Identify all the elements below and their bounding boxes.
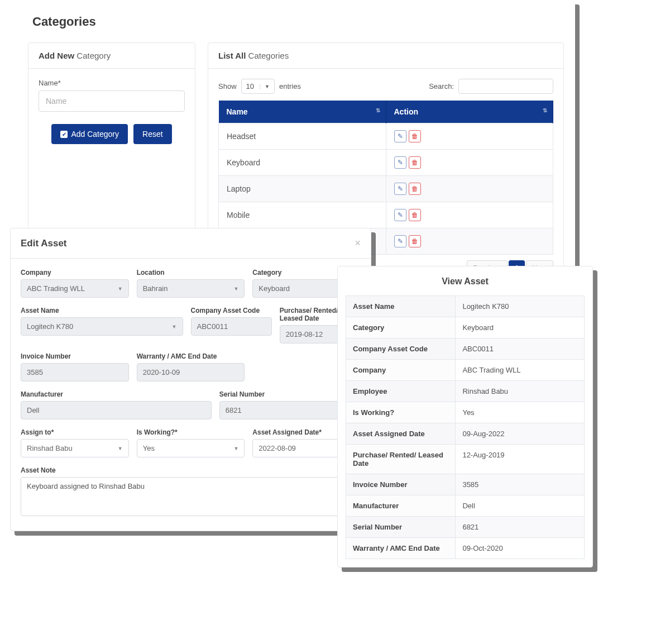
edit-icon[interactable]: ✎ bbox=[394, 209, 406, 221]
trash-icon[interactable]: 🗑 bbox=[409, 130, 421, 142]
location-select[interactable]: Bahrain▼ bbox=[137, 279, 245, 298]
edit-icon[interactable]: ✎ bbox=[394, 156, 406, 169]
category-name-cell: Mobile bbox=[219, 202, 386, 228]
sort-icon: ⇅ bbox=[376, 107, 380, 113]
caret-down-icon: ▼ bbox=[233, 286, 238, 292]
view-key: Asset Name bbox=[346, 296, 456, 317]
assigned-date-value: 2022-08-09 bbox=[259, 444, 296, 452]
view-key: Company bbox=[346, 360, 456, 381]
caret-down-icon: ▼ bbox=[118, 446, 123, 451]
view-row: CompanyABC Trading WLL bbox=[346, 360, 585, 381]
category-name-cell: Laptop bbox=[219, 176, 386, 202]
category-name-cell: Headset bbox=[219, 123, 386, 150]
assign-value: Rinshad Babu bbox=[27, 444, 73, 452]
serial-value: 6821 bbox=[226, 406, 242, 414]
table-row: Laptop✎🗑 bbox=[219, 176, 553, 202]
is-working-select[interactable]: Yes▼ bbox=[137, 439, 245, 457]
caret-down-icon: ▼ bbox=[118, 286, 123, 292]
view-key: Warranty / AMC End Date bbox=[346, 538, 456, 559]
view-row: CategoryKeyboard bbox=[346, 317, 585, 338]
view-value: 3585 bbox=[456, 474, 585, 495]
view-value: ABC0011 bbox=[456, 338, 585, 360]
view-row: Warranty / AMC End Date09-Oct-2020 bbox=[346, 538, 585, 559]
reset-btn-label: Reset bbox=[142, 130, 163, 139]
add-btn-label: Add Category bbox=[71, 130, 119, 139]
view-value: 09-Aug-2022 bbox=[456, 423, 585, 445]
trash-icon[interactable]: 🗑 bbox=[409, 209, 421, 221]
company-label: Company bbox=[21, 269, 129, 276]
table-row: Headset✎🗑 bbox=[219, 123, 553, 150]
show-label: Show bbox=[218, 82, 237, 90]
invoice-value: 3585 bbox=[27, 368, 43, 376]
page-size-value: 10 bbox=[246, 82, 254, 90]
cac-label: Company Asset Code bbox=[191, 307, 272, 314]
caret-down-icon: ▼ bbox=[260, 84, 270, 89]
view-value: Rinshad Babu bbox=[456, 381, 585, 402]
name-label: Name* bbox=[39, 79, 185, 87]
table-row: Keyboard✎🗑 bbox=[219, 150, 553, 176]
search-label: Search: bbox=[429, 82, 454, 90]
location-value: Bahrain bbox=[143, 284, 168, 293]
edit-icon[interactable]: ✎ bbox=[394, 183, 406, 195]
action-cell: ✎🗑 bbox=[386, 150, 553, 176]
page-size-select[interactable]: 10 ▼ bbox=[241, 79, 275, 94]
search-input[interactable] bbox=[458, 79, 553, 94]
working-label: Is Working?* bbox=[137, 428, 245, 436]
view-value: 12-Aug-2019 bbox=[456, 445, 585, 474]
view-row: Company Asset CodeABC0011 bbox=[346, 338, 585, 360]
view-value: 6821 bbox=[456, 517, 585, 538]
manufacturer-value: Dell bbox=[27, 406, 39, 414]
prl-value: 2019-08-12 bbox=[286, 330, 323, 338]
invoice-label: Invoice Number bbox=[21, 352, 129, 360]
warranty-value: 2020-10-09 bbox=[143, 368, 180, 376]
asset-name-value: Logitech K780 bbox=[27, 322, 73, 331]
view-row: Purchase/ Rented/ Leased Date12-Aug-2019 bbox=[346, 445, 585, 474]
view-key: Employee bbox=[346, 381, 456, 402]
company-value: ABC Trading WLL bbox=[27, 284, 85, 293]
view-value: Keyboard bbox=[456, 317, 585, 338]
manufacturer-label: Manufacturer bbox=[21, 390, 212, 398]
entries-label: entries bbox=[279, 82, 301, 90]
invoice-field: 3585 bbox=[21, 363, 129, 381]
name-input[interactable] bbox=[39, 90, 185, 112]
trash-icon[interactable]: 🗑 bbox=[409, 235, 421, 247]
note-label: Asset Note bbox=[21, 466, 361, 474]
reset-button[interactable]: Reset bbox=[133, 124, 172, 144]
add-header-light: Category bbox=[74, 51, 111, 60]
manufacturer-field: Dell bbox=[21, 401, 212, 419]
action-cell: ✎🗑 bbox=[386, 176, 553, 202]
view-value: ABC Trading WLL bbox=[456, 360, 585, 381]
view-row: Asset Assigned Date09-Aug-2022 bbox=[346, 423, 585, 445]
col-name-label: Name bbox=[227, 107, 248, 116]
warranty-label: Warranty / AMC End Date bbox=[137, 352, 245, 360]
warranty-field: 2020-10-09 bbox=[137, 363, 245, 381]
view-asset-title: View Asset bbox=[338, 266, 592, 295]
list-header: List All Categories bbox=[208, 43, 563, 69]
trash-icon[interactable]: 🗑 bbox=[409, 183, 421, 195]
cac-value: ABC0011 bbox=[197, 322, 228, 331]
trash-icon[interactable]: 🗑 bbox=[409, 156, 421, 169]
asset-note-textarea[interactable] bbox=[21, 477, 361, 516]
company-select[interactable]: ABC Trading WLL▼ bbox=[21, 279, 129, 298]
category-value: Keyboard bbox=[259, 284, 290, 293]
col-name[interactable]: Name ⇅ bbox=[219, 101, 386, 123]
view-row: Serial Number6821 bbox=[346, 517, 585, 538]
list-header-light: Categories bbox=[246, 51, 289, 60]
check-icon: ✔ bbox=[60, 131, 68, 138]
view-key: Purchase/ Rented/ Leased Date bbox=[346, 445, 456, 474]
assign-to-select[interactable]: Rinshad Babu▼ bbox=[21, 439, 129, 457]
edit-icon[interactable]: ✎ bbox=[394, 130, 406, 142]
view-value: Yes bbox=[456, 402, 585, 423]
asset-name-select[interactable]: Logitech K780▼ bbox=[21, 317, 183, 336]
edit-icon[interactable]: ✎ bbox=[394, 235, 406, 247]
view-value: 09-Oct-2020 bbox=[456, 538, 585, 559]
location-label: Location bbox=[137, 269, 245, 276]
close-icon[interactable]: × bbox=[355, 237, 361, 249]
add-category-button[interactable]: ✔ Add Category bbox=[51, 124, 128, 144]
add-category-header: Add New Category bbox=[28, 43, 195, 69]
action-cell: ✎🗑 bbox=[386, 123, 553, 150]
col-action[interactable]: Action ⇅ bbox=[386, 101, 553, 123]
table-row: Mobile✎🗑 bbox=[219, 202, 553, 228]
view-value: Dell bbox=[456, 495, 585, 517]
view-key: Serial Number bbox=[346, 517, 456, 538]
